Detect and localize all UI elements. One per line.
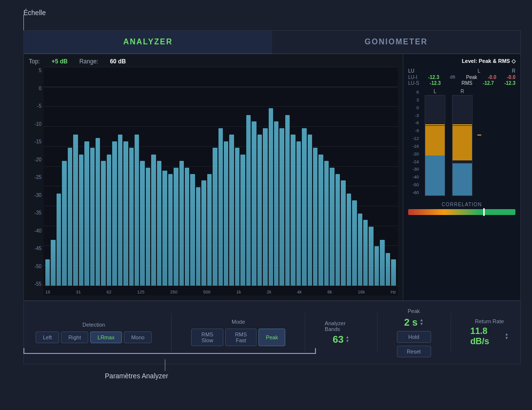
divider-3 [377, 313, 377, 352]
spectrum-bar [252, 121, 256, 286]
peak-label: Peak [408, 308, 420, 314]
rms-line-area [477, 89, 481, 196]
spectrum-bar [224, 141, 228, 286]
freq-labels: 16 31 62 125 250 500 1k 2k 4k 8k 16k Hz [43, 290, 398, 294]
spectrum-bar [51, 240, 55, 286]
spectrum-bar [369, 227, 373, 286]
spectrum-bar [73, 135, 78, 286]
spectrum-area: 16 31 62 125 250 500 1k 2k 4k 8k 16k Hz [43, 67, 398, 295]
vu-l-label: L [433, 89, 436, 94]
correlation-bar [408, 209, 515, 215]
spectrum-bar [274, 121, 278, 286]
spectrum-bar [330, 168, 334, 286]
bars-container [43, 67, 398, 286]
correlation-section: CORRELATION [408, 202, 515, 215]
mono-button[interactable]: Mono [124, 332, 152, 343]
hold-button[interactable]: Hold [397, 331, 431, 343]
spectrum-bar [140, 161, 144, 286]
spectrum-bar [168, 174, 173, 286]
spectrum-bar [352, 200, 356, 286]
spectrum-bar [190, 174, 195, 286]
peak-stepper-arrows[interactable]: ▲ ▼ [419, 318, 423, 326]
vu-r-label: R [460, 89, 464, 94]
tab-goniometer[interactable]: GONIOMETER [272, 31, 520, 54]
spectrum-bar [324, 161, 329, 286]
spectrum-bar [207, 174, 212, 286]
vu-meter-area: 6 3 0 -3 -6 -9 -12 -16 -20 -24 -30 -40 -… [408, 89, 515, 196]
bands-stepper-arrows[interactable]: ▲ ▼ [346, 335, 350, 343]
spectrum-bar [358, 214, 362, 286]
bottom-controls: Detection Left Right LRmax Mono Mode RMS… [23, 301, 521, 364]
annotation-bracket [23, 348, 316, 354]
spectrum-bar [318, 155, 323, 286]
left-button[interactable]: Left [36, 332, 59, 343]
detection-label: Detection [82, 322, 105, 328]
spectrum-bar [229, 135, 234, 286]
vu-bar-l [425, 95, 445, 196]
return-rate-section: Return Rate 11.8 dB/s ▲ ▼ [470, 318, 509, 347]
spectrum-bar [218, 128, 223, 286]
spectrum-bar [341, 180, 345, 286]
spectrum-bar [151, 155, 156, 286]
spectrum-container: 5 0 -5 -10 -15 -20 -25 -30 -35 -40 -45 -… [29, 67, 398, 295]
spectrum-bar [308, 135, 312, 286]
analyzer-panel: Top: +5 dB Range: 60 dB 5 0 -5 -10 -15 -… [24, 54, 403, 300]
reset-button[interactable]: Reset [397, 346, 431, 357]
spectrum-bar [263, 128, 267, 286]
tab-bar: ANALYZER GONIOMETER [24, 31, 520, 54]
spectrum-bar [380, 240, 384, 286]
lu-i-row: LU-I -12.3 dB Peak -0.0 -0.0 [408, 75, 515, 80]
rms-slow-button[interactable]: RMS Slow [191, 329, 223, 346]
spectrum-bar [240, 155, 245, 286]
spectrum-bar [174, 168, 178, 286]
spectrum-bar [391, 259, 395, 286]
level-value: Peak & RMS [479, 58, 510, 64]
spectrum-bar [79, 155, 83, 286]
lu-s-row: LU-S -12.3 RMS -12.7 -12.3 [408, 80, 515, 86]
peak-mode-button[interactable]: Peak [258, 329, 285, 346]
divider-2 [305, 313, 305, 352]
analyzer-bands-value: 63 [333, 334, 343, 345]
spectrum-bar [90, 148, 95, 286]
spectrum-bar [291, 135, 295, 286]
analyzer-bands-stepper[interactable]: 63 ▲ ▼ [333, 334, 349, 345]
spectrum-bar [201, 180, 206, 286]
spectrum-bar [269, 108, 273, 286]
peak-section: Peak 2 s ▲ ▼ Hold Reset [397, 308, 431, 357]
spectrum-bar [112, 141, 117, 286]
spectrum-bar [347, 194, 351, 286]
spectrum-bar [296, 141, 301, 286]
content-area: Top: +5 dB Range: 60 dB 5 0 -5 -10 -15 -… [24, 54, 520, 300]
correlation-label: CORRELATION [408, 202, 515, 207]
echelle-label: Échelle [23, 9, 46, 17]
spectrum-bar [84, 141, 89, 286]
return-rate-stepper-arrows[interactable]: ▲ ▼ [505, 332, 509, 340]
return-rate-stepper[interactable]: 11.8 dB/s ▲ ▼ [470, 326, 509, 347]
rms-fast-button[interactable]: RMS Fast [225, 329, 256, 346]
main-container: ANALYZER GONIOMETER Top: +5 dB Range: 60… [23, 30, 521, 301]
spectrum-bar [235, 148, 239, 286]
vu-channel-r: R [450, 89, 474, 196]
tab-analyzer[interactable]: ANALYZER [24, 31, 272, 54]
vu-scale: 6 3 0 -3 -6 -9 -12 -16 -20 -24 -30 -40 -… [408, 89, 420, 196]
spectrum-bar [246, 115, 251, 286]
spectrum-bar [302, 128, 306, 286]
peak-time-stepper[interactable]: 2 s ▲ ▼ [404, 317, 424, 328]
mode-label: Mode [232, 319, 245, 325]
db-scale: 5 0 -5 -10 -15 -20 -25 -30 -35 -40 -45 -… [29, 67, 43, 295]
goniometer-panel: Level: Peak & RMS ◇ LU L R LU-I -12.3 dB… [403, 54, 520, 300]
analyzer-bands-label: Analyzer Bands [325, 320, 357, 332]
spectrum-bar [62, 161, 66, 286]
correlation-indicator [483, 208, 485, 216]
mode-section: Mode RMS Slow RMS Fast Peak [191, 319, 285, 346]
spectrum-bar [285, 115, 290, 286]
annotation-label: Paramètres Analyzer [105, 372, 168, 380]
spectrum-bar [335, 174, 340, 286]
top-value: +5 dB [52, 58, 68, 65]
spectrum-bar [129, 148, 134, 286]
mode-button-group: RMS Slow RMS Fast Peak [191, 329, 285, 346]
vu-channel-l: L [423, 89, 447, 196]
right-button[interactable]: Right [61, 332, 88, 343]
spectrum-bar [68, 148, 72, 286]
lrmax-button[interactable]: LRmax [90, 332, 122, 343]
